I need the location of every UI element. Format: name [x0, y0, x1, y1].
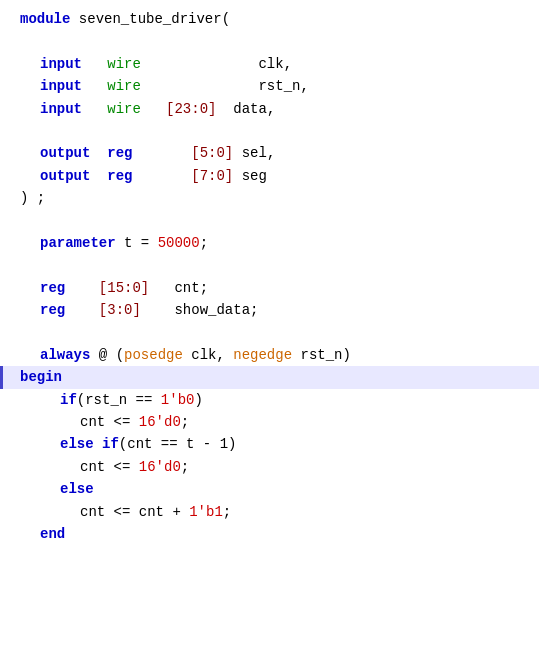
code-token — [132, 142, 191, 164]
code-line: always @ (posedge clk, negedge rst_n) — [0, 344, 539, 366]
code-token: [7:0] — [191, 165, 233, 187]
code-token: [15:0] — [99, 277, 149, 299]
code-line: input wire clk, — [0, 53, 539, 75]
code-token: end — [40, 523, 65, 545]
code-token: parameter — [40, 232, 116, 254]
code-token: input — [40, 75, 82, 97]
code-token: @ ( — [90, 344, 124, 366]
code-line: output reg [5:0] sel, — [0, 142, 539, 164]
code-line — [0, 30, 539, 52]
code-token: output — [40, 142, 90, 164]
code-token: t = — [116, 232, 158, 254]
code-token: [23:0] — [166, 98, 216, 120]
code-token: ) ; — [20, 187, 45, 209]
code-line: else if(cnt == t - 1) — [0, 433, 539, 455]
code-line: if(rst_n == 1'b0) — [0, 389, 539, 411]
code-line: reg [3:0] show_data; — [0, 299, 539, 321]
code-token: reg — [107, 142, 132, 164]
code-token: begin — [20, 366, 62, 388]
code-token: seg — [233, 165, 267, 187]
code-line: cnt <= 16'd0; — [0, 456, 539, 478]
code-token: ) — [194, 389, 202, 411]
code-token: ; — [181, 411, 189, 433]
code-token: sel, — [233, 142, 275, 164]
code-token: show_data; — [141, 299, 259, 321]
code-token: reg — [107, 165, 132, 187]
code-token: output — [40, 165, 90, 187]
code-token: cnt <= cnt + — [80, 501, 189, 523]
code-token: 1'b0 — [161, 389, 195, 411]
code-token: if — [60, 389, 77, 411]
code-line: module seven_tube_driver( — [0, 8, 539, 30]
code-token — [65, 277, 99, 299]
code-token: (rst_n == — [77, 389, 161, 411]
code-token: [3:0] — [99, 299, 141, 321]
code-token — [141, 98, 166, 120]
code-editor: module seven_tube_driver( input wire clk… — [0, 0, 539, 655]
code-token: module — [20, 8, 70, 30]
code-token: 16'd0 — [139, 456, 181, 478]
code-token: [5:0] — [191, 142, 233, 164]
code-token: rst_n, — [141, 75, 309, 97]
code-token — [90, 142, 107, 164]
code-token: 1'b1 — [189, 501, 223, 523]
code-token: 16'd0 — [139, 411, 181, 433]
code-line — [0, 254, 539, 276]
code-token: rst_n) — [292, 344, 351, 366]
code-token: else — [60, 478, 94, 500]
code-token: seven_tube_driver( — [70, 8, 230, 30]
code-token: clk, — [183, 344, 233, 366]
code-line — [0, 120, 539, 142]
code-line — [0, 210, 539, 232]
code-token: data, — [216, 98, 275, 120]
code-token: always — [40, 344, 90, 366]
code-token — [90, 165, 107, 187]
code-token: cnt <= — [80, 411, 139, 433]
code-token: 50000 — [158, 232, 200, 254]
code-token — [94, 433, 102, 455]
code-token: if — [102, 433, 119, 455]
code-token: wire — [107, 75, 141, 97]
code-token: wire — [107, 53, 141, 75]
code-token: input — [40, 98, 82, 120]
code-token: cnt <= — [80, 456, 139, 478]
code-token — [65, 299, 99, 321]
code-token: input — [40, 53, 82, 75]
code-token: ; — [200, 232, 208, 254]
code-token: ; — [181, 456, 189, 478]
code-line: else — [0, 478, 539, 500]
code-token: ; — [223, 501, 231, 523]
code-line: end — [0, 523, 539, 545]
code-token: cnt; — [149, 277, 208, 299]
code-line: output reg [7:0] seg — [0, 165, 539, 187]
code-line: begin — [0, 366, 539, 388]
code-token: reg — [40, 277, 65, 299]
code-line: ) ; — [0, 187, 539, 209]
code-token: (cnt == t - 1) — [119, 433, 237, 455]
code-line: reg [15:0] cnt; — [0, 277, 539, 299]
code-token: clk, — [141, 53, 292, 75]
code-token: reg — [40, 299, 65, 321]
code-token — [82, 98, 107, 120]
code-line: cnt <= cnt + 1'b1; — [0, 501, 539, 523]
code-line: input wire rst_n, — [0, 75, 539, 97]
code-token: negedge — [233, 344, 292, 366]
code-token — [82, 75, 107, 97]
code-token — [82, 53, 107, 75]
code-token: else — [60, 433, 94, 455]
code-line: parameter t = 50000; — [0, 232, 539, 254]
code-line — [0, 321, 539, 343]
code-token: posedge — [124, 344, 183, 366]
code-line: input wire [23:0] data, — [0, 98, 539, 120]
code-token: wire — [107, 98, 141, 120]
code-line: cnt <= 16'd0; — [0, 411, 539, 433]
code-token — [132, 165, 191, 187]
